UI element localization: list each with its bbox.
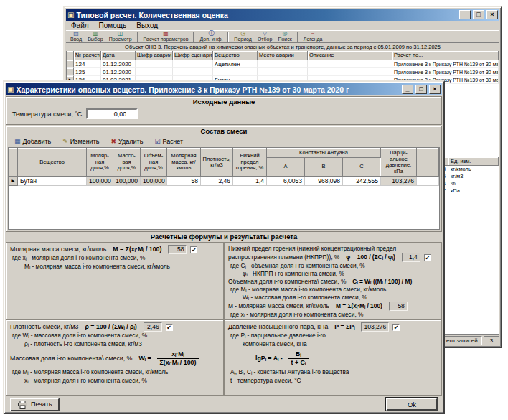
view-icon: ◫	[118, 31, 123, 37]
cell-molar-mass[interactable]: 58	[167, 177, 201, 186]
fraction-numerator: xᵢ·Mᵢ	[157, 350, 199, 359]
cell-calc-number[interactable]: 124	[74, 60, 101, 68]
col-filler	[417, 149, 439, 177]
table-row[interactable]: 125 01.12.2020 Приложение 3 к Приказу РТ…	[67, 68, 499, 76]
pressure-checkbox[interactable]: ✔	[392, 324, 400, 331]
formula-expression: φ = 100 / (ΣCᵢ / φᵢ)	[346, 253, 395, 261]
toolbar-period-button[interactable]: ◷ Период	[231, 31, 255, 42]
printer-icon	[18, 401, 27, 409]
calc-params-icon: ▦	[163, 31, 169, 37]
cell-antoine-c[interactable]: 242,555	[343, 177, 381, 186]
formula-note: где Cᵢ - объемная доля i-го компонента с…	[228, 262, 438, 270]
col-marker	[67, 51, 74, 60]
toolbar-filter-button[interactable]: ▽ Отбор	[255, 31, 275, 42]
cell-calc-by[interactable]: Приложение 3 к Приказу РТН №139 от 30 ма…	[392, 60, 499, 68]
calc-button[interactable]: ☑ Расчет	[149, 138, 188, 145]
col-mass-fraction: Массо-вая доля,%	[113, 149, 141, 177]
menu-exit[interactable]: Выход	[131, 22, 163, 29]
edit-icon: ✎	[62, 138, 68, 145]
formula-note: ρᵢ - плотность i-го компонента смеси, кг…	[10, 340, 220, 349]
add-button[interactable]: ▦ Добавить	[9, 138, 56, 145]
cell-place[interactable]	[258, 60, 308, 68]
cell-accident-code[interactable]	[136, 60, 173, 68]
cell-calc-by[interactable]: Приложение 3 к Приказу РТН №139 от 30 ма…	[392, 68, 499, 76]
toolbar-select-button[interactable]: ▥ Выбор	[85, 31, 106, 42]
unit-row-unit: кг/кмоль	[448, 166, 499, 173]
close-icon[interactable]: ×	[429, 85, 441, 94]
toolbar-view-button[interactable]: ◫ Просмотр	[106, 31, 135, 42]
edit-button[interactable]: ✎ Изменить	[57, 138, 104, 145]
formula-expression: M = Σ(xᵢ·Mᵢ / 100)	[336, 302, 382, 309]
toolbar-search-button[interactable]: ◎ Поиск	[275, 31, 294, 42]
cell-molar-fraction[interactable]: 100,000	[87, 177, 113, 186]
section-title-results: Расчетные формулы и результаты расчета	[6, 232, 442, 242]
col-calc-number: № расчета	[74, 51, 101, 60]
col-row-marker	[9, 149, 18, 177]
temperature-label: Температура смеси, °С	[12, 111, 82, 118]
col-date: Дата	[101, 51, 136, 60]
formula-note: Aᵢ, Bᵢ, Cᵢ - константы Антуана i-го веще…	[228, 368, 438, 377]
cell-place[interactable]	[258, 68, 308, 76]
cell-substance[interactable]: Ацетилен	[213, 60, 258, 68]
formula-expression: ρ = 100 / (ΣWᵢ / ρᵢ)	[85, 323, 136, 330]
maximize-icon[interactable]: □	[415, 85, 427, 94]
menu-file[interactable]: Файл	[66, 22, 94, 29]
cell-lower-limit[interactable]: 1,4	[233, 177, 267, 186]
check-icon: ✔	[192, 247, 197, 253]
cell-accident-code[interactable]	[136, 68, 173, 76]
main-window-title: Типовой расчет. Количественная оценка	[76, 11, 457, 19]
formula-molar-mass-panel: Молярная масса смеси, кг/кмольM = Σ(xᵢ·M…	[6, 242, 224, 319]
density-result: 2,46	[144, 322, 162, 332]
cell-scenario-code[interactable]	[173, 60, 213, 68]
density-checkbox[interactable]: ✔	[166, 324, 173, 331]
cell-scenario-code[interactable]	[173, 68, 213, 76]
print-button[interactable]: Печать	[10, 398, 60, 411]
molar-mass-checkbox[interactable]: ✔	[190, 246, 197, 253]
table-row[interactable]: 124 01.12.2020 Ацетилен Приложение 3 к П…	[67, 60, 499, 68]
formula-note: где xᵢ - молярная доля i-го компонента с…	[10, 254, 220, 263]
cell-substance[interactable]: Бутан	[18, 177, 87, 186]
minimize-icon[interactable]: _	[459, 10, 471, 19]
menu-help[interactable]: Помощь	[94, 22, 132, 29]
col-antoine-a: A	[267, 158, 305, 177]
close-icon[interactable]: ×	[486, 10, 498, 19]
cell-description[interactable]	[308, 60, 392, 68]
cell-antoine-a[interactable]: 6,0053	[267, 177, 305, 186]
cell-substance[interactable]	[213, 68, 258, 76]
toolbar-calc-params-button[interactable]: ▦ Расчет параметров	[141, 31, 192, 42]
formula-subtitle: Объемная доля i-го компонента\ смеси, %	[228, 278, 346, 285]
lower-limit-checkbox[interactable]: ✔	[424, 254, 431, 261]
cell-date[interactable]: 01.12.2020	[101, 68, 136, 76]
toolbar-legend-label: Легенда	[304, 37, 323, 42]
toolbar-input-button[interactable]: ▤ Ввод	[67, 31, 85, 42]
cell-partial-pressure[interactable]: 103,276	[381, 177, 417, 186]
minimize-icon[interactable]: _	[402, 85, 413, 94]
cell-antoine-b[interactable]: 968,098	[305, 177, 343, 186]
maximize-icon[interactable]: □	[473, 10, 484, 19]
mix-section: Состав смеси ▦ Добавить ✎ Изменить ✖ Уда…	[6, 126, 442, 232]
mix-grid-row[interactable]: ► Бутан 100,000 100,000 100,000 58 2,46 …	[9, 177, 439, 186]
dialog-titlebar[interactable]: ▣ Характеристики опасных веществ. Прилож…	[6, 83, 442, 95]
main-titlebar[interactable]: ▣ Типовой расчет. Количественная оценка …	[66, 9, 499, 21]
toolbar-filter-label: Отбор	[258, 37, 272, 42]
cell-density[interactable]: 2,46	[201, 177, 233, 186]
calc-icon: ☑	[154, 138, 160, 145]
row-marker	[67, 60, 74, 68]
formula-expression: Wᵢ =	[138, 355, 151, 362]
cell-filler	[417, 177, 439, 186]
toolbar-extra-info-button[interactable]: ⓘ Доп. инф.	[197, 31, 225, 42]
cell-description[interactable]	[308, 68, 392, 76]
cell-date[interactable]: 01.12.2020	[101, 60, 136, 68]
col-molar-mass: Молярная масса, кг/кмоль	[167, 149, 201, 177]
cell-calc-number[interactable]: 125	[74, 68, 101, 76]
toolbar-legend-button[interactable]: ≡ Легенда	[301, 31, 326, 42]
unit-row-unit: кг/м3	[448, 173, 499, 180]
delete-button[interactable]: ✖ Удалить	[105, 138, 148, 145]
records-count-value: 3	[484, 336, 499, 345]
unit-row-unit: кПа	[448, 187, 499, 195]
temperature-field[interactable]	[86, 108, 138, 119]
cell-mass-fraction[interactable]: 100,000	[113, 177, 141, 186]
ok-button[interactable]: Ok	[386, 398, 438, 411]
col-lower-limit: Нижний предел горения, %	[233, 149, 267, 177]
cell-volume-fraction[interactable]: 100,000	[141, 177, 167, 186]
